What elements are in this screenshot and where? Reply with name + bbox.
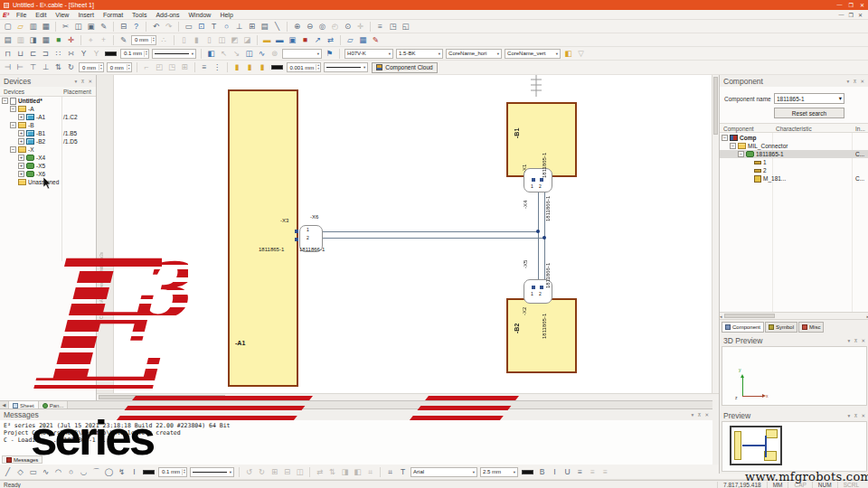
select-icon[interactable]: ⊡ — [195, 21, 207, 33]
close-icon[interactable]: ✕ — [88, 79, 92, 84]
text-icon[interactable]: T — [208, 21, 220, 33]
pins-grid-icon[interactable]: ∷ — [52, 48, 64, 60]
cut-icon[interactable]: ✂ — [60, 21, 71, 33]
group-collapse-icon[interactable]: ⊟ — [281, 466, 293, 478]
menu-format[interactable]: Format — [99, 12, 127, 18]
menu-addons[interactable]: Add-ons — [151, 12, 184, 18]
device-tree-item[interactable]: +-B1/1.B5 — [0, 129, 96, 137]
collapse-icon[interactable]: − — [10, 122, 16, 128]
save-all-icon[interactable]: ▦ — [40, 21, 52, 33]
menu-tools[interactable]: Tools — [127, 12, 151, 18]
scroll-left-icon[interactable]: ◂ — [720, 314, 722, 319]
line-style-combo[interactable]: ▾ — [152, 49, 196, 59]
block-blue-icon[interactable]: ▬ — [274, 34, 286, 46]
tab-component[interactable]: Component — [722, 322, 764, 333]
pin-icon[interactable]: ⊼ — [854, 338, 857, 343]
sheet-new-icon[interactable]: ▤ — [2, 34, 14, 46]
draw-arc2-icon[interactable]: ◡ — [78, 466, 90, 478]
align-left-icon[interactable]: ⊣ — [2, 61, 14, 73]
draw-polygon-icon[interactable]: ◇ — [14, 466, 26, 478]
group-rotate-left-icon[interactable]: ↺ — [243, 466, 255, 478]
menu-insert[interactable]: Insert — [73, 12, 99, 18]
pin-up-icon[interactable]: ⊓ — [2, 48, 14, 60]
circle-tool-icon[interactable]: ○ — [221, 21, 232, 33]
align-perpendicular-icon[interactable]: ⊥ — [233, 21, 245, 33]
chevron-down-icon[interactable]: ▾ — [692, 412, 694, 418]
close-icon[interactable]: ✕ — [861, 413, 865, 418]
paste-icon[interactable]: ▣ — [85, 21, 97, 33]
bundle-icon[interactable]: ◫ — [243, 48, 255, 60]
folder-open-icon[interactable]: ▱ — [344, 34, 356, 46]
copy-icon[interactable]: ◫ — [72, 21, 84, 33]
pin-icon[interactable]: ⊼ — [80, 79, 84, 84]
field-icon[interactable]: ▦ — [40, 34, 52, 46]
highlight-yellow-icon[interactable]: ▬ — [261, 34, 273, 46]
pin-icon[interactable]: ⊼ — [697, 412, 701, 418]
component-hscrollbar[interactable]: ◂ ▸ — [720, 313, 868, 320]
schematic-canvas[interactable]: C:\Users\ACER\Desktop\Untitled.e3s -A1 -… — [97, 75, 719, 400]
hscroll-thumb[interactable] — [99, 395, 225, 399]
canvas-vscrollbar[interactable] — [712, 75, 719, 393]
expand-icon[interactable]: + — [18, 163, 24, 169]
draw-spline-icon[interactable]: ∿ — [40, 466, 52, 478]
book-1-icon[interactable]: ▮ — [231, 61, 243, 73]
chevron-down-icon[interactable]: ▾ — [848, 413, 851, 418]
flip-v-icon[interactable]: ⇅ — [326, 466, 338, 478]
sheet-thumbnail[interactable] — [730, 426, 782, 465]
offset-y-spinner[interactable]: 0 mm▴▾ — [107, 62, 132, 72]
device-tree-item[interactable]: +-B2/1.D5 — [0, 137, 96, 145]
draw-arc3-icon[interactable]: ⌒ — [90, 466, 102, 478]
pin-down-icon[interactable]: ⊔ — [14, 48, 26, 60]
new-icon[interactable]: ▢ — [2, 21, 14, 33]
expand-icon[interactable]: + — [18, 138, 24, 145]
twist-icon[interactable]: ∿ — [256, 48, 268, 60]
messages-dock-tab[interactable]: Messages — [2, 455, 42, 464]
font-size-combo[interactable]: 2.5 mm▾ — [480, 467, 518, 477]
draw-line-style-combo[interactable]: ▾ — [190, 467, 234, 477]
distribute-icon[interactable]: ⇅ — [52, 61, 64, 73]
swap-icon[interactable]: ⇄ — [325, 34, 336, 46]
grid-icon[interactable]: ⊞ — [246, 21, 258, 33]
text-tool-icon[interactable]: T — [397, 466, 409, 478]
select-frame-icon[interactable]: ▭ — [183, 21, 194, 33]
save-icon[interactable]: ▥ — [27, 21, 39, 33]
add-icon[interactable]: + — [98, 34, 109, 46]
mdi-close-button[interactable]: ✕ — [858, 12, 863, 18]
pan-icon[interactable]: ✛ — [354, 21, 366, 33]
wire-3[interactable] — [538, 192, 539, 279]
menu-file[interactable]: File — [12, 12, 31, 18]
grid-b-icon[interactable]: ⊞ — [179, 61, 191, 73]
menu-edit[interactable]: Edit — [31, 12, 51, 18]
sheet-open-icon[interactable]: ▥ — [14, 34, 26, 46]
component-tree-item[interactable]: 1 — [720, 158, 868, 166]
arrange-windows-icon[interactable]: ◱ — [400, 21, 411, 33]
wire-y1-icon[interactable]: Y — [78, 48, 90, 60]
maximize-button[interactable]: ❐ — [849, 2, 854, 8]
link-icon[interactable]: ↗ — [312, 34, 324, 46]
core-name-vert-combo[interactable]: CoreName_vert▾ — [505, 49, 561, 59]
connector-d-icon[interactable]: ◫ — [216, 34, 228, 46]
text-color-swatch[interactable] — [522, 470, 533, 474]
close-icon[interactable]: ✕ — [861, 338, 865, 343]
flag-icon[interactable]: ⚑ — [324, 48, 335, 60]
window-b-icon[interactable]: ◳ — [166, 61, 178, 73]
dots-icon[interactable]: ⋮ — [212, 61, 223, 73]
align-bottom-icon[interactable]: ⊥ — [40, 61, 52, 73]
wire-type-combo[interactable]: H07V-K▾ — [344, 49, 393, 59]
pin-icon[interactable]: ⊼ — [853, 79, 856, 84]
connector-b-icon[interactable]: ▮ — [191, 34, 203, 46]
align-top-icon[interactable]: ⊤ — [27, 61, 39, 73]
pin-right-icon[interactable]: ⊐ — [40, 48, 52, 60]
zoom-previous-icon[interactable]: ◴ — [329, 21, 341, 33]
preview-viewport[interactable] — [722, 421, 867, 472]
pencil-red-icon[interactable]: ✎ — [370, 34, 382, 46]
table-edit-icon[interactable]: ▦ — [357, 34, 369, 46]
chevron-down-icon[interactable]: ▾ — [75, 79, 78, 84]
device-tree-item[interactable]: −-X — [0, 145, 96, 154]
expand-icon[interactable]: + — [18, 171, 24, 177]
expand-icon[interactable]: + — [18, 130, 24, 136]
flip-h-icon[interactable]: ⇄ — [314, 466, 326, 478]
align-right-icon[interactable]: ⊢ — [14, 61, 26, 73]
device-tree-item[interactable]: −-A — [0, 105, 96, 113]
book-3-icon[interactable]: ▮ — [257, 61, 269, 73]
